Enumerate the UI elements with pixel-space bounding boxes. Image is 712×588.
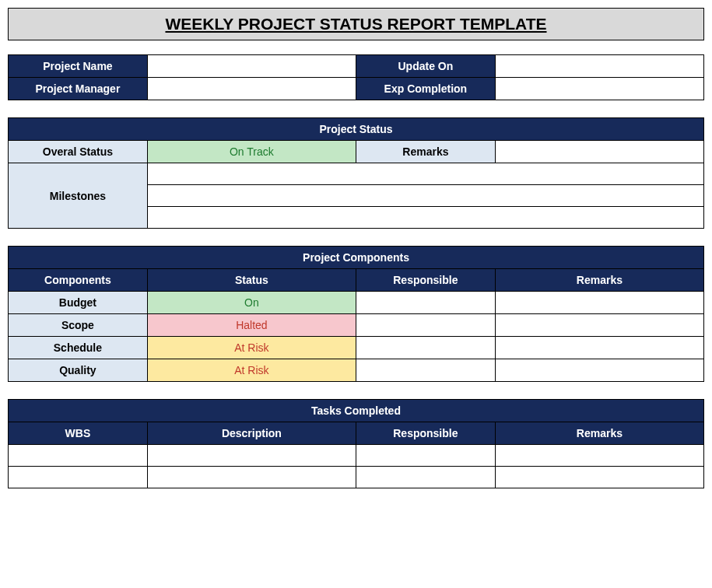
milestones-label: Milestones: [9, 163, 148, 229]
task-remarks[interactable]: [495, 467, 703, 488]
component-remarks[interactable]: [495, 337, 703, 359]
component-remarks[interactable]: [495, 292, 703, 314]
task-wbs[interactable]: [9, 467, 148, 488]
col-description: Description: [147, 422, 356, 445]
component-responsible[interactable]: [356, 314, 495, 337]
component-name: Budget: [9, 292, 148, 314]
project-status-header: Project Status: [9, 118, 704, 141]
milestone-row[interactable]: [147, 163, 703, 185]
component-name: Scope: [9, 314, 148, 337]
col-status: Status: [147, 269, 356, 292]
table-row: ScopeHalted: [9, 314, 704, 337]
component-status[interactable]: At Risk: [147, 359, 356, 382]
remarks-value[interactable]: [495, 141, 703, 163]
col-responsible: Responsible: [356, 422, 495, 445]
tasks-completed-header: Tasks Completed: [9, 400, 704, 422]
component-remarks[interactable]: [495, 359, 703, 382]
col-responsible: Responsible: [356, 269, 495, 292]
task-wbs[interactable]: [9, 445, 148, 467]
project-status-table: Project Status Overal Status On Track Re…: [8, 117, 704, 229]
component-responsible[interactable]: [356, 337, 495, 359]
project-name-value[interactable]: [147, 55, 356, 78]
component-status[interactable]: At Risk: [147, 337, 356, 359]
table-row: [9, 445, 704, 467]
remarks-label: Remarks: [356, 141, 495, 163]
col-remarks: Remarks: [495, 422, 703, 445]
component-status[interactable]: On: [147, 292, 356, 314]
task-description[interactable]: [147, 467, 356, 488]
col-wbs: WBS: [9, 422, 148, 445]
task-responsible[interactable]: [356, 467, 495, 488]
page-title: WEEKLY PROJECT STATUS REPORT TEMPLATE: [8, 8, 704, 40]
project-info-table: Project Name Update On Project Manager E…: [8, 54, 704, 100]
milestone-row[interactable]: [147, 207, 703, 229]
milestone-row[interactable]: [147, 185, 703, 207]
task-responsible[interactable]: [356, 445, 495, 467]
task-description[interactable]: [147, 445, 356, 467]
col-components: Components: [9, 269, 148, 292]
update-on-value[interactable]: [495, 55, 703, 78]
exp-completion-value[interactable]: [495, 78, 703, 100]
overall-status-value[interactable]: On Track: [147, 141, 356, 163]
component-responsible[interactable]: [356, 292, 495, 314]
overall-status-label: Overal Status: [9, 141, 148, 163]
table-row: QualityAt Risk: [9, 359, 704, 382]
exp-completion-label: Exp Completion: [356, 78, 495, 100]
tasks-completed-table: Tasks Completed WBS Description Responsi…: [8, 399, 704, 488]
component-remarks[interactable]: [495, 314, 703, 337]
component-name: Schedule: [9, 337, 148, 359]
table-row: BudgetOn: [9, 292, 704, 314]
project-manager-value[interactable]: [147, 78, 356, 100]
task-remarks[interactable]: [495, 445, 703, 467]
component-status[interactable]: Halted: [147, 314, 356, 337]
col-remarks: Remarks: [495, 269, 703, 292]
component-name: Quality: [9, 359, 148, 382]
project-components-table: Project Components Components Status Res…: [8, 246, 704, 382]
project-name-label: Project Name: [9, 55, 148, 78]
project-manager-label: Project Manager: [9, 78, 148, 100]
table-row: ScheduleAt Risk: [9, 337, 704, 359]
project-components-header: Project Components: [9, 247, 704, 269]
table-row: [9, 467, 704, 488]
update-on-label: Update On: [356, 55, 495, 78]
component-responsible[interactable]: [356, 359, 495, 382]
